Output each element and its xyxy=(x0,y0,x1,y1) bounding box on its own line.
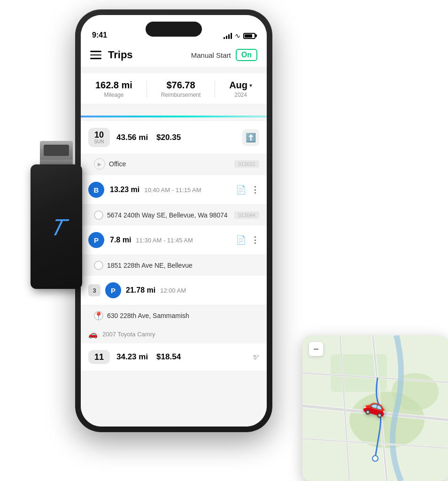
wifi-icon: ∿ xyxy=(235,32,240,39)
location-dot-icon xyxy=(94,210,103,220)
day-11-number: 11 xyxy=(93,353,105,361)
trip-3-row[interactable]: 3 P 21.78 mi 12:00 AM xyxy=(81,276,267,305)
more-options-icon[interactable]: ⋮ xyxy=(251,185,259,195)
dest-address-3-text: 630 228th Ave, Sammamish xyxy=(107,312,259,319)
signal-bar-2 xyxy=(226,36,227,39)
trip-1-distance: 13.23 mi xyxy=(110,186,139,194)
location-dot-3-icon: 📍 xyxy=(94,311,103,320)
doc-icon[interactable]: 📄 xyxy=(236,185,246,195)
dest-address-1-row: 5674 240th Way SE, Bellevue, Wa 98074 01… xyxy=(81,206,267,225)
doc-icon-2[interactable]: 📄 xyxy=(236,235,246,245)
year-value: 2024 xyxy=(229,92,252,98)
trip-2-row[interactable]: P 7.8 mi 11:30 AM - 11:45 AM 📄 ⋮ xyxy=(81,225,267,255)
scene: 𝘛 9:41 ∿ xyxy=(0,0,448,481)
day-11-header: 11 34.23 mi $18.54 5° xyxy=(81,343,267,371)
usb-device: 𝘛 xyxy=(19,141,94,301)
trip-1-time: 10:40 AM - 11:15 AM xyxy=(144,186,201,194)
stat-divider-2 xyxy=(215,81,215,98)
origin-address-code: 013031 xyxy=(234,160,259,168)
more-options-icon-2[interactable]: ⋮ xyxy=(251,235,259,245)
day-11-badge: 11 xyxy=(88,350,110,364)
chevron-down-icon: ▾ xyxy=(249,82,252,89)
svg-point-14 xyxy=(372,456,378,461)
trip-3-category: P xyxy=(105,282,121,298)
hamburger-menu[interactable] xyxy=(90,51,101,59)
gradient-bar xyxy=(81,116,267,117)
dynamic-island xyxy=(146,22,202,37)
reimbursement-label: Reimbursement xyxy=(161,92,201,98)
day-10-name: SUN xyxy=(93,139,105,144)
dest-address-1-text: 5674 240th Way SE, Bellevue, Wa 98074 xyxy=(107,211,231,219)
dest-address-3-row: 📍 630 228th Ave, Sammamish xyxy=(81,306,267,325)
origin-address-text: Office xyxy=(109,160,231,168)
usb-connector xyxy=(40,141,73,167)
day-10-stats: 43.56 mi $20.35 xyxy=(116,133,236,142)
manual-start-label: Manual Start xyxy=(191,51,231,59)
reimbursement-value: $76.78 xyxy=(161,80,201,91)
page-title: Trips xyxy=(108,49,133,61)
play-icon[interactable]: ▶ xyxy=(94,158,105,170)
month-value: Aug xyxy=(229,80,247,91)
header-left: Trips xyxy=(90,49,133,61)
dest-address-2-text: 1851 228th Ave NE, Bellevue xyxy=(107,262,259,269)
hamburger-line-1 xyxy=(90,51,101,52)
trip-1-info: 13.23 mi 10:40 AM - 11:15 AM xyxy=(110,186,230,194)
map-background: − 🚗 xyxy=(302,335,448,481)
hamburger-line-2 xyxy=(90,54,101,56)
origin-address-row: ▶ Office 013031 xyxy=(81,154,267,174)
usb-connector-hole xyxy=(44,145,69,156)
trip-2-time: 11:30 AM - 11:45 AM xyxy=(136,237,193,244)
trip-1-row[interactable]: B 13.23 mi 10:40 AM - 11:15 AM 📄 ⋮ xyxy=(81,175,267,205)
mileage-value: 162.8 mi xyxy=(95,80,132,91)
mileage-label: Mileage xyxy=(95,92,132,98)
stat-divider-1 xyxy=(147,81,147,98)
usb-logo: 𝘛 xyxy=(50,215,63,239)
day-10-amount: $20.35 xyxy=(156,133,181,142)
signal-bar-4 xyxy=(231,33,232,39)
dest-address-1-code: 013044 xyxy=(234,211,259,219)
usb-connector-body xyxy=(40,141,73,160)
car-row: 🚗 2007 Toyota Camry xyxy=(81,325,267,343)
trip-1-actions: 📄 ⋮ xyxy=(236,185,259,195)
day-10-distance: 43.56 mi xyxy=(116,133,148,142)
month-stat[interactable]: Aug ▾ 2024 xyxy=(229,80,252,98)
usb-body: 𝘛 xyxy=(31,164,82,289)
dest-address-2-row: 1851 228th Ave NE, Bellevue xyxy=(81,256,267,275)
status-icons: ∿ xyxy=(224,32,255,39)
status-time: 9:41 xyxy=(92,31,107,39)
month-selector[interactable]: Aug ▾ xyxy=(229,80,252,91)
day-11-stats: 34.23 mi $18.54 xyxy=(116,352,247,362)
trip-2-info: 7.8 mi 11:30 AM - 11:45 AM xyxy=(110,236,230,244)
export-icon[interactable]: ⬆️ xyxy=(242,129,259,146)
trip-list: 10 SUN 43.56 mi $20.35 ⬆️ ▶ Office 01 xyxy=(81,117,267,427)
day-10-number: 10 xyxy=(93,131,105,139)
location-dot-2-icon xyxy=(94,261,103,270)
trip-3-time: 12:00 AM xyxy=(160,287,186,294)
battery-icon xyxy=(243,33,255,39)
day-10-header: 10 SUN 43.56 mi $20.35 ⬆️ xyxy=(81,121,267,154)
stats-row: 162.8 mi Mileage $76.78 Reimbursement Au… xyxy=(81,73,267,104)
trip-2-actions: 📄 ⋮ xyxy=(236,235,259,245)
signal-bar-3 xyxy=(228,34,230,39)
map-zoom-out-button[interactable]: − xyxy=(309,342,323,356)
header-right: Manual Start On xyxy=(191,49,257,61)
trip-3-info: 21.78 mi 12:00 AM xyxy=(126,286,259,295)
mileage-stat: 162.8 mi Mileage xyxy=(95,80,132,98)
car-text: 2007 Toyota Camry xyxy=(102,331,155,338)
trip-3-distance: 21.78 mi xyxy=(126,286,155,295)
trip-2-distance: 7.8 mi xyxy=(110,236,131,244)
app-header: Trips Manual Start On xyxy=(81,43,267,67)
hamburger-line-3 xyxy=(90,58,101,59)
phone-frame: 9:41 ∿ xyxy=(75,9,272,432)
day-11-suffix: 5° xyxy=(254,354,259,361)
phone-container: 9:41 ∿ xyxy=(75,9,272,432)
phone-screen: 9:41 ∿ xyxy=(81,15,267,427)
car-icon: 🚗 xyxy=(88,330,98,339)
on-badge[interactable]: On xyxy=(236,49,257,61)
signal-bar-1 xyxy=(224,37,225,39)
signal-bars-icon xyxy=(224,32,232,39)
map-overlay: − 🚗 xyxy=(302,335,448,481)
reimbursement-stat: $76.78 Reimbursement xyxy=(161,80,201,98)
day-11-amount: $18.54 xyxy=(156,352,181,362)
battery-fill xyxy=(245,34,252,38)
